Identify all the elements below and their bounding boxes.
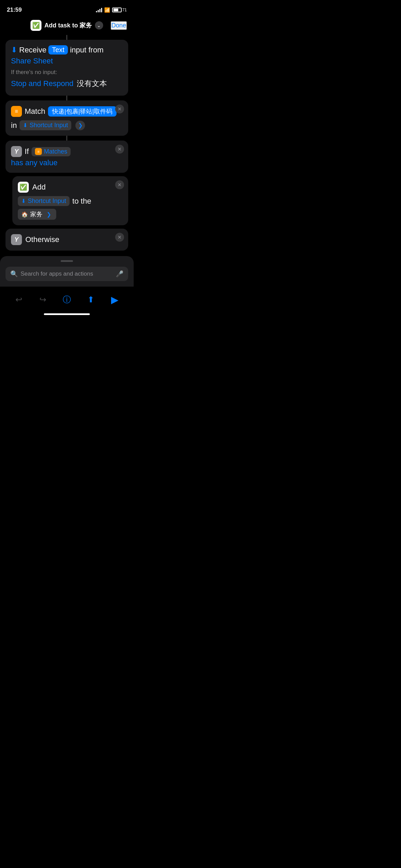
shortcut-input-token-2[interactable]: ⬇ Shortcut Input xyxy=(18,196,70,206)
add-row2: ⬇ Shortcut Input to the 🏠 家务 ❯ xyxy=(18,196,123,220)
bottom-toolbar: ↩ ↪ ⓘ ⬆ ▶ xyxy=(0,287,134,311)
has-any-text: has any xyxy=(11,158,37,167)
match-label: Match xyxy=(25,107,45,116)
text-token[interactable]: Text xyxy=(48,45,68,55)
add-label: Add xyxy=(32,183,46,192)
play-icon: ▶ xyxy=(111,294,119,305)
receive-row: ⬇ Receive Text input from xyxy=(11,45,123,55)
expand-button[interactable]: ❯ xyxy=(75,121,85,130)
receive-card: ⬇ Receive Text input from Share Sheet If… xyxy=(5,40,128,96)
shortcut-input-icon: ⬇ xyxy=(23,122,27,129)
search-bar[interactable]: 🔍 Search for apps and actions 🎤 xyxy=(5,267,128,281)
chevron-down-icon[interactable]: ⌄ xyxy=(95,21,103,29)
if-card: ✕ Y If ≡ Matches has any value xyxy=(5,141,128,173)
stop-and-respond-token[interactable]: Stop and Respond xyxy=(11,79,73,88)
matches-token[interactable]: ≡ Matches xyxy=(32,147,71,156)
otherwise-icon: Y xyxy=(11,234,22,245)
battery-icon: 71 xyxy=(112,8,127,12)
close-button[interactable]: ✕ xyxy=(115,105,124,113)
stop-respond-row: Stop and Respond 没有文本 xyxy=(11,79,123,89)
search-icon: 🔍 xyxy=(10,270,18,278)
undo-icon: ↩ xyxy=(15,295,22,304)
share-icon: ⬆ xyxy=(87,295,94,304)
add-app-icon: ✅ xyxy=(18,182,29,193)
if-icon: Y xyxy=(11,146,22,157)
signal-icon xyxy=(96,8,102,12)
spacer xyxy=(0,225,134,229)
otherwise-row: Y Otherwise xyxy=(11,234,123,245)
value-text: value xyxy=(39,158,58,167)
connector-line xyxy=(66,35,67,40)
wifi-icon: 📶 xyxy=(104,7,110,13)
has-any-row: has any value xyxy=(11,158,123,167)
share-sheet-token[interactable]: Share Sheet xyxy=(11,57,53,65)
match-card: ✕ ≡ Match 快递|包裹|驿站|取件码 in ⬇ Shortcut Inp… xyxy=(5,100,128,136)
connector-line xyxy=(66,136,67,141)
status-icons: 📶 71 xyxy=(96,7,127,13)
pattern-token[interactable]: 快递|包裹|驿站|取件码 xyxy=(48,106,117,117)
matches-icon: ≡ xyxy=(35,148,42,155)
play-button[interactable]: ▶ xyxy=(107,292,122,307)
expand-list-button[interactable]: ❯ xyxy=(45,210,53,218)
sheet-handle xyxy=(61,260,73,262)
bottom-sheet: 🔍 Search for apps and actions 🎤 xyxy=(0,256,134,287)
undo-button[interactable]: ↩ xyxy=(11,292,26,307)
otherwise-label: Otherwise xyxy=(25,235,59,244)
if-row: Y If ≡ Matches xyxy=(11,146,123,157)
home-bar xyxy=(44,313,90,315)
close-button[interactable]: ✕ xyxy=(115,233,124,242)
list-token[interactable]: 🏠 家务 ❯ xyxy=(18,209,56,220)
done-button[interactable]: Done xyxy=(111,21,127,30)
no-input-value: 没有文本 xyxy=(77,79,107,89)
to-the-label: to the xyxy=(72,197,91,206)
input-from-label: input from xyxy=(70,46,104,55)
shortcut-input-token[interactable]: ⬇ Shortcut Input xyxy=(20,120,71,130)
shortcut-input-icon-2: ⬇ xyxy=(21,198,26,204)
shortcut-input-label: Shortcut Input xyxy=(29,122,68,129)
list-name: 家务 xyxy=(30,210,42,218)
match-row: ≡ Match 快递|包裹|驿站|取件码 xyxy=(11,106,123,117)
home-indicator xyxy=(0,311,134,317)
add-row1: ✅ Add xyxy=(18,182,123,193)
battery-percent: 71 xyxy=(122,8,127,12)
if-label: If xyxy=(25,147,29,156)
list-emoji: 🏠 xyxy=(21,211,28,218)
redo-icon: ↪ xyxy=(39,295,46,304)
in-label: in xyxy=(11,121,17,130)
search-placeholder: Search for apps and actions xyxy=(21,270,113,277)
add-card: ✕ ✅ Add ⬇ Shortcut Input to the 🏠 家务 ❯ xyxy=(12,176,128,225)
shortcut-input-label-2: Shortcut Input xyxy=(28,197,66,205)
status-time: 21:59 xyxy=(7,7,22,13)
connector-line xyxy=(66,96,67,100)
redo-button[interactable]: ↪ xyxy=(35,292,50,307)
receive-icon: ⬇ xyxy=(11,46,17,55)
status-bar: 21:59 📶 71 xyxy=(0,0,134,17)
receive-label: Receive xyxy=(19,46,46,55)
microphone-icon[interactable]: 🎤 xyxy=(116,270,123,278)
otherwise-card: ✕ Y Otherwise xyxy=(5,229,128,251)
header: ✅ Add task to 家务 ⌄ Done xyxy=(0,17,134,35)
match-icon: ≡ xyxy=(11,106,22,117)
matches-label: Matches xyxy=(44,148,67,155)
header-title-group: ✅ Add task to 家务 ⌄ xyxy=(31,20,103,31)
share-button[interactable]: ⬆ xyxy=(83,292,98,307)
info-icon: ⓘ xyxy=(63,294,71,305)
spacer xyxy=(0,173,134,176)
info-button[interactable]: ⓘ xyxy=(59,292,74,307)
close-button[interactable]: ✕ xyxy=(115,145,124,154)
close-button[interactable]: ✕ xyxy=(115,180,124,189)
app-icon: ✅ xyxy=(31,20,41,31)
header-title: Add task to 家务 xyxy=(44,21,92,29)
if-no-input-label: If there's no input: xyxy=(11,69,123,76)
